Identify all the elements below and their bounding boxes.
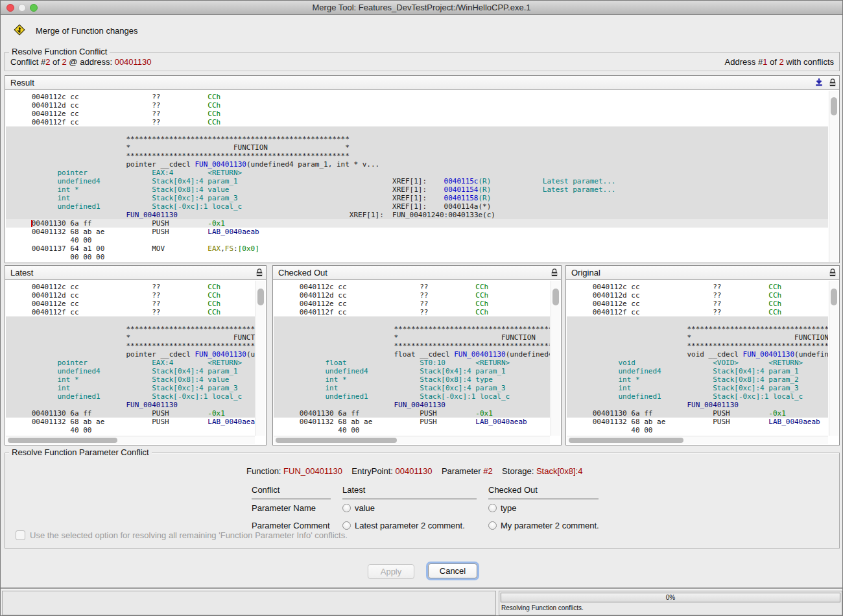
original-horizontal-scrollbar[interactable] bbox=[567, 436, 828, 444]
listing-line: 00401132 68 ab ae PUSH LAB_0040aeab bbox=[6, 418, 255, 426]
listing-line: 00401132 68 ab ae PUSH LAB_0040aeab bbox=[567, 418, 828, 426]
listing-line: 0040112d cc ?? CCh bbox=[274, 291, 550, 300]
conflict-counter: Conflict #2 of 2 @ address: 00401130 bbox=[10, 57, 152, 67]
listing-line: 0040112c cc ?? CCh bbox=[6, 93, 828, 101]
result-panel-header: Result bbox=[5, 76, 839, 90]
original-panel-title: Original bbox=[571, 266, 600, 279]
original-panel: Original 0040112c cc ?? CCh 0040112d cc … bbox=[565, 265, 840, 445]
checked-out-horizontal-scrollbar[interactable] bbox=[274, 436, 550, 444]
listing-line: 40 00 bbox=[274, 426, 550, 434]
listing-line: 0040112e cc ?? CCh bbox=[6, 300, 255, 308]
listing-line bbox=[567, 316, 828, 325]
lock-icon[interactable] bbox=[551, 268, 558, 278]
listing-line: ****************************************… bbox=[567, 342, 828, 350]
listing-line: 40 00 bbox=[567, 426, 828, 434]
merge-icon bbox=[14, 24, 27, 37]
minimize-button[interactable] bbox=[18, 4, 26, 12]
listing-line: 0040112f cc ?? CCh bbox=[6, 118, 828, 126]
resolve-parameter-conflict-group: Resolve Function Parameter Conflict Func… bbox=[5, 453, 840, 549]
apply-button[interactable]: Apply bbox=[368, 564, 414, 579]
resolve-function-conflict-legend: Resolve Function Conflict bbox=[9, 47, 110, 56]
listing-line: 00401130 6a ff PUSH -0x1 bbox=[274, 409, 550, 418]
listing-line: FUN_00401130 XREF[1]: FUN_00401240:00401… bbox=[6, 211, 828, 219]
goto-conflict-icon[interactable] bbox=[814, 78, 824, 88]
listing-line: 0040112f cc ?? CCh bbox=[274, 308, 550, 316]
resolve-parameter-conflict-legend: Resolve Function Parameter Conflict bbox=[9, 447, 152, 457]
radio-option-latest-name[interactable]: value bbox=[342, 503, 488, 513]
latest-panel-title: Latest bbox=[10, 266, 33, 279]
original-panel-header: Original bbox=[566, 266, 839, 280]
lock-icon[interactable] bbox=[255, 268, 263, 278]
lock-icon[interactable] bbox=[829, 78, 837, 88]
original-listing[interactable]: 0040112c cc ?? CCh 0040112d cc ?? CCh 00… bbox=[567, 281, 828, 436]
listing-line: undefined4 Stack[0x4]:4 param_1 bbox=[567, 367, 828, 375]
listing-line: undefined4 Stack[0x4]:4 param_1 XREF[1]:… bbox=[6, 177, 828, 185]
radio-icon[interactable] bbox=[342, 521, 351, 530]
radio-icon[interactable] bbox=[342, 504, 351, 512]
listing-line: 00401132 68 ab ae PUSH LAB_0040aeab bbox=[274, 418, 550, 426]
listing-line: 0040112d cc ?? CCh bbox=[6, 101, 828, 110]
checked-out-panel-header: Checked Out bbox=[273, 266, 561, 280]
listing-line: pointer __cdecl FUN_00401130(undefined4 … bbox=[6, 160, 828, 169]
listing-line: int * Stack[0x8]:4 value bbox=[6, 375, 255, 384]
listing-line: undefined1 Stack[-0xc]:1 local_c XREF[1]… bbox=[6, 202, 828, 211]
listing-line: 0040112c cc ?? CCh bbox=[6, 283, 255, 291]
listing-line: float __cdecl FUN_00401130(undefined4 pa… bbox=[274, 350, 550, 359]
window-titlebar: Merge Tool: Features_DevTestProject:/Win… bbox=[1, 1, 842, 15]
column-header-latest: Latest bbox=[342, 485, 477, 499]
radio-icon[interactable] bbox=[488, 521, 497, 530]
row-label-parameter-comment: Parameter Comment bbox=[252, 521, 342, 530]
listing-line: int Stack[0xc]:4 param_3 bbox=[6, 384, 255, 392]
latest-panel-header: Latest bbox=[5, 266, 266, 280]
latest-horizontal-scrollbar[interactable] bbox=[6, 436, 255, 444]
listing-line: pointer EAX:4 <RETURN> bbox=[6, 359, 255, 367]
resolve-function-conflict-group: Resolve Function Conflict Conflict #2 of… bbox=[5, 52, 840, 71]
listing-line: 00401132 68 ab ae PUSH LAB_0040aeab bbox=[6, 228, 828, 236]
result-vertical-scrollbar[interactable] bbox=[829, 91, 838, 262]
column-header-checked-out: Checked Out bbox=[488, 485, 599, 499]
listing-line: 00401130 6a ff PUSH -0x1 bbox=[567, 409, 828, 418]
close-button[interactable] bbox=[6, 4, 14, 12]
listing-line bbox=[6, 126, 828, 135]
listing-line: float ST0:10 <RETURN> bbox=[274, 359, 550, 367]
listing-line: FUN_00401130 bbox=[274, 401, 550, 409]
listing-line: undefined1 Stack[-0xc]:1 local_c bbox=[274, 392, 550, 401]
listing-line: 0040112e cc ?? CCh bbox=[6, 110, 828, 118]
listing-line: 0040112d cc ?? CCh bbox=[6, 291, 255, 300]
merge-header-title: Merge of Function changes bbox=[36, 26, 138, 36]
listing-line: 0040112c cc ?? CCh bbox=[274, 283, 550, 291]
parameter-conflict-table: Conflict Latest Checked Out Parameter Na… bbox=[252, 482, 610, 534]
listing-line: 0040112c cc ?? CCh bbox=[567, 283, 828, 291]
progress-bar: 0% bbox=[501, 593, 840, 602]
listing-line: int Stack[0xc]:4 param_3 XREF[1]: 004011… bbox=[6, 194, 828, 202]
listing-line: 40 00 bbox=[6, 236, 828, 244]
latest-vertical-scrollbar[interactable] bbox=[255, 281, 265, 436]
checked-out-listing[interactable]: 0040112c cc ?? CCh 0040112d cc ?? CCh 00… bbox=[274, 281, 550, 436]
listing-line: int * Stack[0x8]:4 type bbox=[274, 375, 550, 384]
result-panel: Result 0040112c cc ?? CCh 0040112d cc bbox=[5, 75, 840, 263]
original-vertical-scrollbar[interactable] bbox=[829, 281, 838, 436]
radio-option-latest-comment[interactable]: Latest parameter 2 comment. bbox=[342, 521, 488, 530]
use-for-all-checkbox[interactable] bbox=[16, 530, 25, 540]
zoom-button[interactable] bbox=[30, 4, 38, 12]
radio-icon[interactable] bbox=[488, 504, 497, 512]
listing-line: int * Stack[0x8]:4 param_2 bbox=[567, 375, 828, 384]
listing-line: ****************************************… bbox=[274, 325, 550, 333]
result-listing[interactable]: 0040112c cc ?? CCh 0040112d cc ?? CCh 00… bbox=[6, 91, 828, 262]
listing-line: * FUNCTION * bbox=[6, 143, 828, 152]
radio-label: value bbox=[355, 503, 375, 513]
listing-line: 00401137 64 a1 00 MOV EAX,FS:[0x0] bbox=[6, 244, 828, 253]
merge-header: Merge of Function changes bbox=[14, 24, 138, 37]
statusbar-message-area bbox=[2, 591, 496, 615]
address-counter: Address #1 of 2 with conflicts bbox=[725, 57, 834, 67]
listing-line: ****************************************… bbox=[567, 325, 828, 333]
checked-out-vertical-scrollbar[interactable] bbox=[551, 281, 560, 436]
latest-listing[interactable]: 0040112c cc ?? CCh 0040112d cc ?? CCh 00… bbox=[6, 281, 255, 436]
listing-line: * FUNCTION * bbox=[567, 333, 828, 342]
radio-option-checked-out-name[interactable]: type bbox=[488, 503, 610, 513]
checked-out-panel-title: Checked Out bbox=[278, 266, 327, 279]
listing-line: FUN_00401130 bbox=[567, 401, 828, 409]
radio-option-checked-out-comment[interactable]: My parameter 2 comment. bbox=[488, 521, 610, 530]
cancel-button[interactable]: Cancel bbox=[428, 563, 477, 578]
lock-icon[interactable] bbox=[829, 268, 837, 278]
